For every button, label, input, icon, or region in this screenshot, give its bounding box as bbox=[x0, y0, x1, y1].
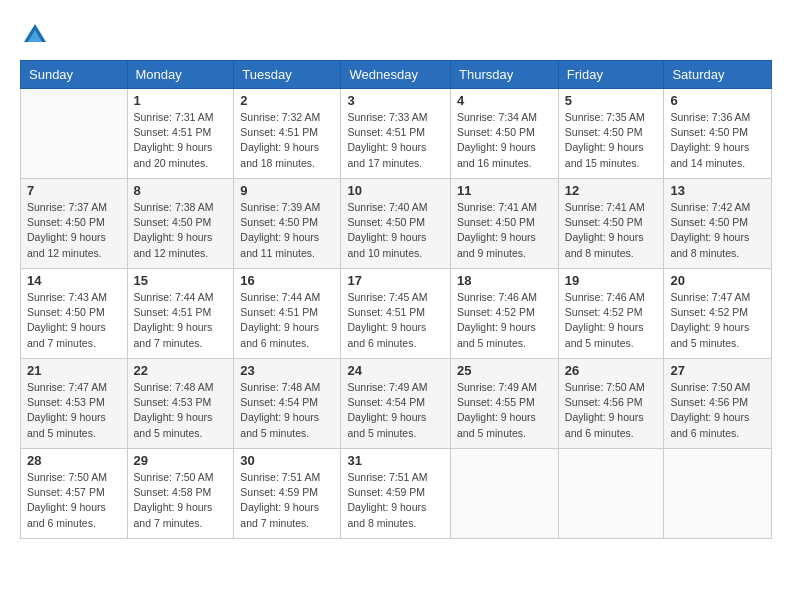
day-info: Sunrise: 7:39 AM Sunset: 4:50 PM Dayligh… bbox=[240, 200, 334, 261]
calendar-cell: 19Sunrise: 7:46 AM Sunset: 4:52 PM Dayli… bbox=[558, 269, 664, 359]
day-info: Sunrise: 7:47 AM Sunset: 4:53 PM Dayligh… bbox=[27, 380, 121, 441]
day-of-week-header: Sunday bbox=[21, 61, 128, 89]
day-info: Sunrise: 7:48 AM Sunset: 4:54 PM Dayligh… bbox=[240, 380, 334, 441]
day-info: Sunrise: 7:46 AM Sunset: 4:52 PM Dayligh… bbox=[457, 290, 552, 351]
day-number: 25 bbox=[457, 363, 552, 378]
calendar-cell: 18Sunrise: 7:46 AM Sunset: 4:52 PM Dayli… bbox=[451, 269, 559, 359]
day-info: Sunrise: 7:41 AM Sunset: 4:50 PM Dayligh… bbox=[565, 200, 658, 261]
day-number: 1 bbox=[134, 93, 228, 108]
day-info: Sunrise: 7:44 AM Sunset: 4:51 PM Dayligh… bbox=[240, 290, 334, 351]
day-number: 3 bbox=[347, 93, 444, 108]
day-of-week-header: Monday bbox=[127, 61, 234, 89]
day-of-week-header: Wednesday bbox=[341, 61, 451, 89]
calendar-cell: 4Sunrise: 7:34 AM Sunset: 4:50 PM Daylig… bbox=[451, 89, 559, 179]
calendar-cell: 20Sunrise: 7:47 AM Sunset: 4:52 PM Dayli… bbox=[664, 269, 772, 359]
day-info: Sunrise: 7:49 AM Sunset: 4:55 PM Dayligh… bbox=[457, 380, 552, 441]
day-number: 20 bbox=[670, 273, 765, 288]
logo-icon bbox=[20, 20, 50, 50]
day-info: Sunrise: 7:40 AM Sunset: 4:50 PM Dayligh… bbox=[347, 200, 444, 261]
day-info: Sunrise: 7:33 AM Sunset: 4:51 PM Dayligh… bbox=[347, 110, 444, 171]
calendar-cell bbox=[664, 449, 772, 539]
calendar-cell: 25Sunrise: 7:49 AM Sunset: 4:55 PM Dayli… bbox=[451, 359, 559, 449]
calendar-cell: 27Sunrise: 7:50 AM Sunset: 4:56 PM Dayli… bbox=[664, 359, 772, 449]
day-number: 10 bbox=[347, 183, 444, 198]
calendar-cell: 22Sunrise: 7:48 AM Sunset: 4:53 PM Dayli… bbox=[127, 359, 234, 449]
calendar-week-row: 28Sunrise: 7:50 AM Sunset: 4:57 PM Dayli… bbox=[21, 449, 772, 539]
day-number: 7 bbox=[27, 183, 121, 198]
day-info: Sunrise: 7:51 AM Sunset: 4:59 PM Dayligh… bbox=[240, 470, 334, 531]
calendar-week-row: 21Sunrise: 7:47 AM Sunset: 4:53 PM Dayli… bbox=[21, 359, 772, 449]
calendar-cell: 6Sunrise: 7:36 AM Sunset: 4:50 PM Daylig… bbox=[664, 89, 772, 179]
calendar-cell: 30Sunrise: 7:51 AM Sunset: 4:59 PM Dayli… bbox=[234, 449, 341, 539]
calendar-cell: 12Sunrise: 7:41 AM Sunset: 4:50 PM Dayli… bbox=[558, 179, 664, 269]
calendar-cell: 2Sunrise: 7:32 AM Sunset: 4:51 PM Daylig… bbox=[234, 89, 341, 179]
calendar-cell: 11Sunrise: 7:41 AM Sunset: 4:50 PM Dayli… bbox=[451, 179, 559, 269]
day-info: Sunrise: 7:50 AM Sunset: 4:58 PM Dayligh… bbox=[134, 470, 228, 531]
logo bbox=[20, 20, 54, 50]
calendar-cell: 16Sunrise: 7:44 AM Sunset: 4:51 PM Dayli… bbox=[234, 269, 341, 359]
day-info: Sunrise: 7:45 AM Sunset: 4:51 PM Dayligh… bbox=[347, 290, 444, 351]
day-number: 21 bbox=[27, 363, 121, 378]
day-info: Sunrise: 7:42 AM Sunset: 4:50 PM Dayligh… bbox=[670, 200, 765, 261]
day-info: Sunrise: 7:50 AM Sunset: 4:56 PM Dayligh… bbox=[565, 380, 658, 441]
calendar-cell: 23Sunrise: 7:48 AM Sunset: 4:54 PM Dayli… bbox=[234, 359, 341, 449]
calendar-cell: 29Sunrise: 7:50 AM Sunset: 4:58 PM Dayli… bbox=[127, 449, 234, 539]
calendar-cell bbox=[451, 449, 559, 539]
calendar-cell: 24Sunrise: 7:49 AM Sunset: 4:54 PM Dayli… bbox=[341, 359, 451, 449]
calendar-cell: 15Sunrise: 7:44 AM Sunset: 4:51 PM Dayli… bbox=[127, 269, 234, 359]
day-number: 6 bbox=[670, 93, 765, 108]
day-info: Sunrise: 7:47 AM Sunset: 4:52 PM Dayligh… bbox=[670, 290, 765, 351]
calendar-week-row: 14Sunrise: 7:43 AM Sunset: 4:50 PM Dayli… bbox=[21, 269, 772, 359]
calendar-cell: 8Sunrise: 7:38 AM Sunset: 4:50 PM Daylig… bbox=[127, 179, 234, 269]
day-number: 18 bbox=[457, 273, 552, 288]
calendar-cell: 26Sunrise: 7:50 AM Sunset: 4:56 PM Dayli… bbox=[558, 359, 664, 449]
day-number: 26 bbox=[565, 363, 658, 378]
day-info: Sunrise: 7:46 AM Sunset: 4:52 PM Dayligh… bbox=[565, 290, 658, 351]
day-number: 17 bbox=[347, 273, 444, 288]
day-of-week-header: Thursday bbox=[451, 61, 559, 89]
day-of-week-header: Tuesday bbox=[234, 61, 341, 89]
day-number: 8 bbox=[134, 183, 228, 198]
day-number: 31 bbox=[347, 453, 444, 468]
day-info: Sunrise: 7:31 AM Sunset: 4:51 PM Dayligh… bbox=[134, 110, 228, 171]
day-info: Sunrise: 7:41 AM Sunset: 4:50 PM Dayligh… bbox=[457, 200, 552, 261]
day-info: Sunrise: 7:38 AM Sunset: 4:50 PM Dayligh… bbox=[134, 200, 228, 261]
day-info: Sunrise: 7:37 AM Sunset: 4:50 PM Dayligh… bbox=[27, 200, 121, 261]
day-number: 27 bbox=[670, 363, 765, 378]
days-of-week-row: SundayMondayTuesdayWednesdayThursdayFrid… bbox=[21, 61, 772, 89]
day-number: 23 bbox=[240, 363, 334, 378]
day-info: Sunrise: 7:50 AM Sunset: 4:57 PM Dayligh… bbox=[27, 470, 121, 531]
day-number: 13 bbox=[670, 183, 765, 198]
calendar-cell: 13Sunrise: 7:42 AM Sunset: 4:50 PM Dayli… bbox=[664, 179, 772, 269]
day-info: Sunrise: 7:36 AM Sunset: 4:50 PM Dayligh… bbox=[670, 110, 765, 171]
day-number: 22 bbox=[134, 363, 228, 378]
day-number: 5 bbox=[565, 93, 658, 108]
day-number: 29 bbox=[134, 453, 228, 468]
calendar-cell: 7Sunrise: 7:37 AM Sunset: 4:50 PM Daylig… bbox=[21, 179, 128, 269]
day-info: Sunrise: 7:48 AM Sunset: 4:53 PM Dayligh… bbox=[134, 380, 228, 441]
day-of-week-header: Friday bbox=[558, 61, 664, 89]
calendar-cell bbox=[558, 449, 664, 539]
day-info: Sunrise: 7:51 AM Sunset: 4:59 PM Dayligh… bbox=[347, 470, 444, 531]
day-number: 28 bbox=[27, 453, 121, 468]
calendar-cell: 10Sunrise: 7:40 AM Sunset: 4:50 PM Dayli… bbox=[341, 179, 451, 269]
calendar-cell: 31Sunrise: 7:51 AM Sunset: 4:59 PM Dayli… bbox=[341, 449, 451, 539]
calendar-cell: 5Sunrise: 7:35 AM Sunset: 4:50 PM Daylig… bbox=[558, 89, 664, 179]
day-number: 15 bbox=[134, 273, 228, 288]
calendar-table: SundayMondayTuesdayWednesdayThursdayFrid… bbox=[20, 60, 772, 539]
calendar-cell: 21Sunrise: 7:47 AM Sunset: 4:53 PM Dayli… bbox=[21, 359, 128, 449]
calendar-cell: 17Sunrise: 7:45 AM Sunset: 4:51 PM Dayli… bbox=[341, 269, 451, 359]
day-number: 9 bbox=[240, 183, 334, 198]
day-number: 14 bbox=[27, 273, 121, 288]
calendar-cell: 1Sunrise: 7:31 AM Sunset: 4:51 PM Daylig… bbox=[127, 89, 234, 179]
day-of-week-header: Saturday bbox=[664, 61, 772, 89]
calendar-cell bbox=[21, 89, 128, 179]
day-info: Sunrise: 7:44 AM Sunset: 4:51 PM Dayligh… bbox=[134, 290, 228, 351]
day-number: 12 bbox=[565, 183, 658, 198]
calendar-header: SundayMondayTuesdayWednesdayThursdayFrid… bbox=[21, 61, 772, 89]
day-info: Sunrise: 7:50 AM Sunset: 4:56 PM Dayligh… bbox=[670, 380, 765, 441]
calendar-week-row: 1Sunrise: 7:31 AM Sunset: 4:51 PM Daylig… bbox=[21, 89, 772, 179]
calendar-cell: 14Sunrise: 7:43 AM Sunset: 4:50 PM Dayli… bbox=[21, 269, 128, 359]
day-info: Sunrise: 7:49 AM Sunset: 4:54 PM Dayligh… bbox=[347, 380, 444, 441]
calendar-cell: 9Sunrise: 7:39 AM Sunset: 4:50 PM Daylig… bbox=[234, 179, 341, 269]
